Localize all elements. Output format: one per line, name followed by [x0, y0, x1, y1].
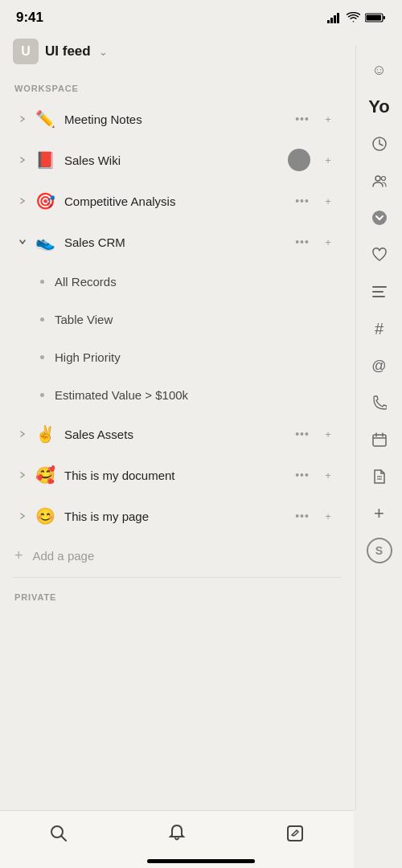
item-actions-sales-crm: ••• +	[291, 231, 339, 253]
svg-point-10	[372, 211, 387, 225]
edit-tab[interactable]	[271, 814, 319, 853]
item-actions-meeting-notes: ••• +	[291, 108, 339, 130]
sub-dot-estimated-value	[34, 387, 50, 403]
sub-label-estimated-value: Estimated Value > $100k	[55, 388, 188, 402]
item-actions-my-document: ••• +	[291, 464, 339, 486]
item-emoji-sales-crm: 👟	[34, 232, 56, 252]
expand-arrow-sales-wiki[interactable]	[14, 152, 31, 168]
item-label-sales-wiki: Sales Wiki	[64, 154, 288, 167]
item-label-meeting-notes: Meeting Notes	[64, 113, 291, 126]
item-actions-competitive-analysis: ••• +	[291, 190, 339, 212]
sub-item-high-priority[interactable]: High Priority	[34, 338, 349, 375]
svg-rect-2	[334, 15, 336, 23]
svg-rect-5	[384, 16, 386, 19]
svg-rect-1	[330, 18, 333, 23]
item-label-sales-crm: Sales CRM	[64, 235, 291, 249]
dots-button-competitive-analysis[interactable]: •••	[291, 190, 314, 212]
svg-point-8	[375, 176, 380, 181]
sub-label-high-priority: High Priority	[55, 350, 121, 364]
svg-line-21	[61, 836, 66, 841]
add-page-item[interactable]: + Add a page	[0, 537, 354, 574]
heart-icon[interactable]	[364, 240, 395, 270]
svg-rect-22	[288, 826, 302, 841]
spacer	[0, 607, 354, 639]
svg-rect-3	[337, 13, 339, 23]
doc-icon[interactable]	[364, 461, 395, 492]
svg-point-9	[381, 177, 385, 181]
private-section-label: PRIVATE	[0, 581, 354, 607]
add-button-meeting-notes[interactable]: +	[317, 108, 339, 130]
add-button-my-page[interactable]: +	[317, 505, 339, 527]
home-indicator	[147, 859, 255, 863]
sales-crm-children: All Records Table View High Priority Est…	[0, 263, 354, 413]
svg-rect-0	[327, 20, 330, 23]
expand-arrow-meeting-notes[interactable]	[14, 111, 31, 127]
expand-arrow-sales-crm[interactable]	[14, 234, 31, 250]
sub-dot-high-priority	[34, 349, 50, 365]
hash-icon[interactable]: #	[364, 313, 395, 344]
smiley-icon[interactable]: ☺	[364, 55, 395, 85]
battery-icon	[365, 12, 386, 23]
yo-text[interactable]: Yo	[364, 92, 395, 122]
signal-icon	[327, 12, 342, 23]
people-icon[interactable]	[364, 166, 395, 196]
add-button-sales-crm[interactable]: +	[317, 231, 339, 253]
sub-item-table-view[interactable]: Table View	[34, 301, 349, 338]
item-emoji-meeting-notes: ✏️	[34, 109, 56, 129]
svg-rect-14	[373, 435, 386, 446]
at-icon[interactable]: @	[364, 350, 395, 381]
search-tab[interactable]	[35, 814, 83, 853]
sub-item-all-records[interactable]: All Records	[34, 263, 349, 300]
phone-icon[interactable]	[364, 387, 395, 418]
item-label-my-document: This is my document	[64, 469, 291, 482]
add-button-my-document[interactable]: +	[317, 464, 339, 486]
calendar-icon[interactable]	[364, 424, 395, 455]
sub-item-estimated-value[interactable]: Estimated Value > $100k	[34, 376, 349, 413]
clock-icon[interactable]	[364, 129, 395, 159]
item-label-competitive-analysis: Competitive Analysis	[64, 194, 291, 208]
expand-arrow-sales-assets[interactable]	[14, 426, 31, 442]
item-emoji-sales-wiki: 📕	[34, 150, 56, 170]
add-button-sales-assets[interactable]: +	[317, 423, 339, 445]
sidebar-item-my-document[interactable]: 🥰 This is my document ••• +	[5, 455, 349, 495]
sub-dot-table-view	[34, 311, 50, 327]
workspace-chevron: ⌄	[99, 46, 108, 58]
expand-arrow-my-document[interactable]	[14, 467, 31, 483]
add-button-competitive-analysis[interactable]: +	[317, 190, 339, 212]
dots-button-my-page[interactable]: •••	[291, 505, 314, 527]
expand-arrow-my-page[interactable]	[14, 508, 31, 524]
workspace-name: UI feed	[45, 43, 91, 59]
expand-arrow-competitive-analysis[interactable]	[14, 193, 31, 209]
notifications-tab[interactable]	[153, 814, 201, 853]
add-button-sales-wiki[interactable]: +	[317, 149, 339, 171]
item-emoji-sales-assets: ✌️	[34, 424, 56, 444]
sidebar-item-sales-assets[interactable]: ✌️ Sales Assets ••• +	[5, 414, 349, 454]
s-circle-icon[interactable]: S	[364, 535, 395, 566]
sidebar-item-meeting-notes[interactable]: ✏️ Meeting Notes ••• +	[5, 99, 349, 139]
sidebar-item-my-page[interactable]: 😊 This is my page ••• +	[5, 496, 349, 536]
sub-label-all-records: All Records	[55, 275, 117, 289]
item-label-sales-assets: Sales Assets	[64, 428, 291, 441]
sidebar-item-competitive-analysis[interactable]: 🎯 Competitive Analysis ••• +	[5, 181, 349, 221]
sidebar-item-sales-wiki[interactable]: 📕 Sales Wiki +	[5, 140, 349, 180]
item-emoji-my-document: 🥰	[34, 465, 56, 485]
plus-circle-icon[interactable]: +	[364, 498, 395, 529]
item-actions-my-page: ••• +	[291, 505, 339, 527]
workspace-selector[interactable]: U UI feed ⌄	[13, 39, 108, 64]
dots-button-meeting-notes[interactable]: •••	[291, 108, 314, 130]
divider	[13, 577, 341, 578]
status-time: 9:41	[16, 10, 43, 26]
dots-button-sales-assets[interactable]: •••	[291, 423, 314, 445]
status-icons	[327, 12, 386, 23]
svg-rect-6	[367, 15, 382, 21]
sub-dot-all-records	[34, 273, 50, 289]
content-area: WORKSPACE ✏️ Meeting Notes ••• + 📕 Sales…	[0, 72, 354, 639]
dots-button-sales-crm[interactable]: •••	[291, 231, 314, 253]
app-header: U UI feed ⌄	[0, 31, 402, 72]
item-emoji-my-page: 😊	[34, 506, 56, 526]
sidebar-item-sales-crm[interactable]: 👟 Sales CRM ••• +	[5, 222, 349, 262]
lines-icon[interactable]	[364, 276, 395, 307]
dots-button-my-document[interactable]: •••	[291, 464, 314, 486]
chevron-down-filled-icon[interactable]	[364, 203, 395, 233]
item-emoji-competitive-analysis: 🎯	[34, 191, 56, 211]
